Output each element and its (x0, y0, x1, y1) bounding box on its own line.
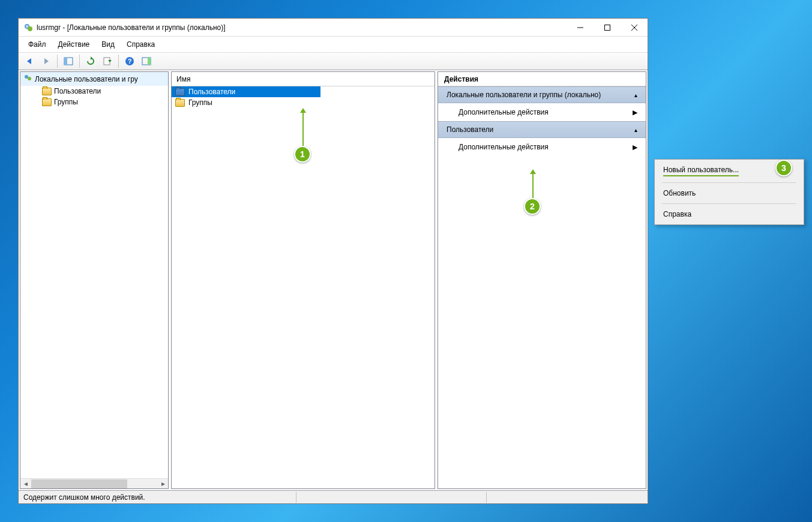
tree-item-groups[interactable]: Группы (20, 97, 168, 107)
list-item-label: Пользователи (188, 88, 235, 96)
app-icon (23, 23, 33, 32)
menu-action[interactable]: Действие (52, 38, 96, 51)
tree-item-label: Группы (54, 98, 78, 106)
callout-number: 3 (781, 163, 786, 173)
svg-marker-11 (91, 56, 92, 60)
window-controls (567, 19, 648, 36)
context-item-label: Новый пользователь... (663, 166, 739, 176)
toolbar-separator (57, 55, 58, 68)
scroll-right-icon[interactable]: ▸ (158, 479, 168, 489)
titlebar: lusrmgr - [Локальные пользователи и груп… (19, 19, 648, 37)
actions-section-users[interactable]: Пользователи ▴ (438, 121, 646, 138)
actions-panel: Действия Локальные пользователи и группы… (438, 71, 646, 489)
callout-number: 2 (530, 202, 535, 211)
show-hide-actions-button[interactable] (139, 54, 154, 68)
body: Локальные пользователи и гру Пользовател… (19, 70, 648, 490)
callout-badge-2: 2 (524, 198, 541, 215)
submenu-arrow-icon: ▶ (633, 143, 637, 151)
actions-item-label: Дополнительные действия (459, 108, 549, 116)
callout-badge-1: 1 (294, 146, 311, 163)
tree-root[interactable]: Локальные пользователи и гру (20, 72, 168, 86)
list-item-label: Группы (188, 98, 212, 107)
status-separator (486, 492, 487, 503)
horizontal-scrollbar[interactable]: ◂ ▸ (20, 478, 168, 488)
toolbar-separator (79, 55, 80, 68)
refresh-button[interactable] (83, 54, 98, 68)
collapse-up-icon: ▴ (634, 92, 637, 98)
close-button[interactable] (621, 19, 648, 36)
folder-icon (42, 98, 52, 106)
scroll-thumb[interactable] (31, 479, 127, 488)
submenu-arrow-icon: ▶ (633, 109, 637, 116)
toolbar-separator (118, 55, 119, 68)
svg-rect-10 (64, 58, 67, 65)
toolbar: ? (19, 52, 648, 70)
svg-rect-4 (604, 25, 610, 30)
forward-button[interactable] (39, 54, 53, 68)
actions-more-users[interactable]: Дополнительные действия ▶ (438, 138, 646, 156)
folder-icon (42, 88, 52, 95)
actions-section-label: Локальные пользователи и группы (локальн… (447, 91, 601, 99)
context-separator (662, 203, 796, 204)
status-text: Содержит слишком много действий. (23, 493, 145, 502)
tree-item-label: Пользователи (54, 87, 101, 95)
status-separator (296, 492, 296, 503)
back-button[interactable] (22, 54, 37, 68)
list-item-users[interactable]: Пользователи (172, 86, 320, 97)
context-refresh[interactable]: Обновить (656, 185, 802, 201)
maximize-button[interactable] (594, 19, 621, 36)
folder-icon (175, 99, 185, 107)
svg-point-1 (28, 26, 32, 31)
collapse-up-icon: ▴ (634, 127, 637, 133)
actions-section-root[interactable]: Локальные пользователи и группы (локальн… (438, 86, 646, 103)
column-header-name[interactable]: Имя (172, 72, 435, 86)
show-hide-tree-button[interactable] (61, 54, 76, 68)
export-button[interactable] (100, 54, 115, 68)
minimize-button[interactable] (567, 19, 594, 36)
context-item-label: Справка (663, 210, 691, 218)
statusbar: Содержит слишком много действий. (19, 490, 648, 503)
actions-item-label: Дополнительные действия (459, 143, 549, 151)
mmc-window: lusrmgr - [Локальные пользователи и груп… (18, 18, 648, 504)
menu-file[interactable]: Файл (22, 38, 52, 51)
actions-section-label: Пользователи (447, 125, 493, 134)
svg-marker-8 (44, 58, 49, 64)
callout-arrow (532, 174, 534, 198)
context-separator (662, 182, 796, 183)
list-item-groups[interactable]: Группы (172, 97, 435, 108)
svg-rect-2 (26, 25, 28, 28)
callout-arrow (302, 113, 304, 146)
window-title: lusrmgr - [Локальные пользователи и груп… (37, 23, 567, 32)
callout-badge-3: 3 (775, 160, 792, 176)
svg-text:?: ? (128, 58, 132, 65)
context-help[interactable]: Справка (656, 206, 802, 222)
menubar: Файл Действие Вид Справка (19, 37, 648, 52)
folder-icon (175, 88, 185, 96)
tree-panel: Локальные пользователи и гру Пользовател… (20, 71, 169, 489)
scroll-left-icon[interactable]: ◂ (20, 479, 31, 489)
menu-help[interactable]: Справка (121, 38, 161, 51)
menu-view[interactable]: Вид (95, 38, 121, 51)
actions-more-root[interactable]: Дополнительные действия ▶ (438, 103, 646, 121)
callout-number: 1 (300, 149, 305, 159)
tree-root-label: Локальные пользователи и гру (35, 75, 138, 83)
svg-marker-7 (27, 58, 31, 64)
actions-header: Действия (438, 72, 646, 86)
svg-point-19 (28, 77, 31, 80)
svg-point-18 (25, 75, 28, 79)
help-button[interactable]: ? (122, 54, 137, 68)
tree-item-users[interactable]: Пользователи (20, 86, 168, 97)
context-item-label: Обновить (663, 189, 696, 197)
users-groups-icon (23, 73, 32, 85)
svg-rect-17 (148, 58, 151, 65)
